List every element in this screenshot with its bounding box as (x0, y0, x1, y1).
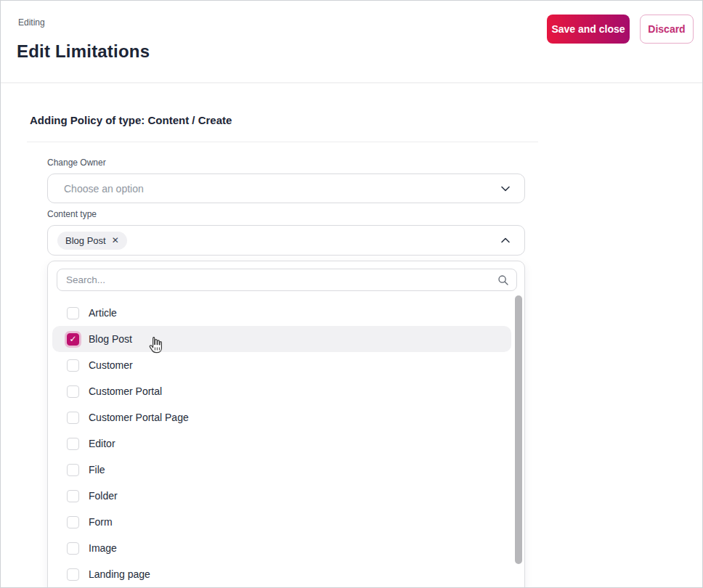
option-label: Image (89, 542, 117, 554)
search-icon (497, 274, 509, 286)
content-type-select[interactable]: Blog Post ✕ (47, 225, 525, 256)
chevron-up-icon (500, 234, 511, 246)
checkbox[interactable] (67, 333, 79, 346)
selected-tags: Blog Post ✕ (57, 232, 500, 250)
checkbox[interactable] (67, 412, 79, 424)
close-icon[interactable]: ✕ (112, 236, 119, 245)
list-item[interactable]: Article (52, 300, 511, 326)
option-label: Form (89, 516, 113, 528)
list-item[interactable]: Customer Portal (52, 378, 511, 404)
checkbox[interactable] (67, 307, 79, 319)
search-input[interactable] (66, 274, 497, 285)
change-owner-placeholder: Choose an option (64, 183, 500, 195)
option-label: Landing page (89, 568, 150, 580)
option-label: Customer (89, 359, 133, 371)
list-item[interactable]: Editor (52, 430, 511, 457)
checkbox[interactable] (67, 568, 79, 581)
content-type-label: Content type (47, 209, 97, 219)
page-title: Edit Limitations (17, 41, 150, 62)
option-label: Article (89, 307, 117, 319)
chevron-down-icon (500, 183, 511, 195)
tag-label: Blog Post (65, 235, 106, 246)
checkbox[interactable] (67, 359, 79, 372)
list-item[interactable]: Customer (52, 352, 511, 378)
list-item[interactable]: File (52, 457, 511, 483)
option-label: Folder (89, 490, 118, 502)
option-label: Blog Post (89, 333, 132, 345)
discard-button[interactable]: Discard (640, 15, 694, 44)
dropdown-scrollbar[interactable] (515, 295, 522, 588)
edit-limitations-page: Editing Edit Limitations Save and close … (0, 0, 703, 588)
option-label: Editor (89, 438, 115, 449)
option-label: Customer Portal (89, 385, 162, 397)
save-and-close-button[interactable]: Save and close (547, 15, 630, 44)
section-title: Adding Policy of type: Content / Create (30, 114, 232, 126)
checkbox[interactable] (67, 490, 79, 502)
content-type-dropdown-panel: Article Blog Post Customer Customer Port… (47, 261, 525, 588)
scrollbar-thumb[interactable] (515, 295, 522, 564)
checkbox[interactable] (67, 438, 79, 450)
checkbox[interactable] (67, 542, 79, 555)
option-label: File (89, 464, 105, 475)
header-divider (1, 82, 702, 83)
list-item[interactable]: Landing page (52, 561, 511, 587)
list-item[interactable]: Blog Post (52, 326, 511, 352)
list-item[interactable]: Folder (52, 483, 511, 509)
section-divider (27, 142, 538, 142)
tag-blog-post[interactable]: Blog Post ✕ (57, 232, 127, 250)
list-item[interactable]: Form (52, 509, 511, 535)
option-label: Customer Portal Page (89, 412, 189, 423)
search-field[interactable] (57, 269, 517, 291)
change-owner-select[interactable]: Choose an option (47, 173, 525, 203)
checkbox[interactable] (67, 516, 79, 528)
change-owner-label: Change Owner (47, 158, 106, 168)
options-list: Article Blog Post Customer Customer Port… (48, 300, 516, 587)
checkbox[interactable] (67, 385, 79, 398)
list-item[interactable]: Image (52, 535, 511, 561)
checkbox[interactable] (67, 464, 79, 476)
editing-status-label: Editing (18, 17, 45, 28)
list-item[interactable]: Customer Portal Page (52, 404, 511, 430)
